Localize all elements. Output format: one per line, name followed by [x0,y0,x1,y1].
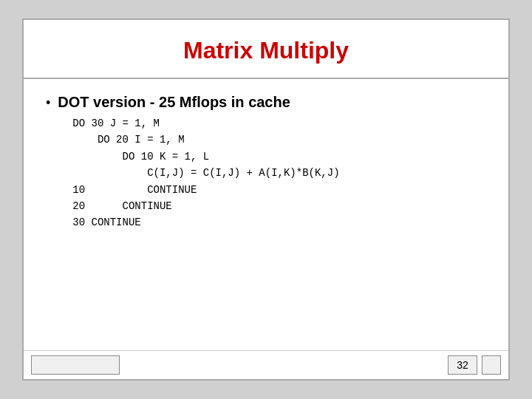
code-line-7: 30 CONTINUE [72,214,339,231]
bullet-item: • DOT version - 25 Mflops in cache DO 30… [46,94,486,231]
footer-right-area: 32 [448,355,501,375]
code-line-6: 20 CONTINUE [72,198,339,214]
code-block: DO 30 J = 1, M DO 20 I = 1, M DO 10 K = … [72,115,339,231]
slide-body: • DOT version - 25 Mflops in cache DO 30… [24,79,508,350]
code-line-5: 10 CONTINUE [72,182,339,198]
code-line-4: C(I,J) = C(I,J) + A(I,K)*B(K,J) [72,165,339,181]
code-line-1: DO 30 J = 1, M [72,115,339,132]
bullet-dot: • [46,95,50,111]
slide-title: Matrix Multiply [183,37,349,64]
title-bar: Matrix Multiply [24,20,508,79]
code-line-2: DO 20 I = 1, M [72,132,339,148]
bullet-label: DOT version - 25 Mflops in cache [58,94,290,110]
footer-nav-button[interactable] [482,355,501,375]
page-number: 32 [448,355,477,375]
slide: Matrix Multiply • DOT version - 25 Mflop… [22,18,510,381]
code-line-3: DO 10 K = 1, L [72,149,339,165]
slide-footer: 32 [24,350,508,379]
footer-left-box [31,355,120,375]
